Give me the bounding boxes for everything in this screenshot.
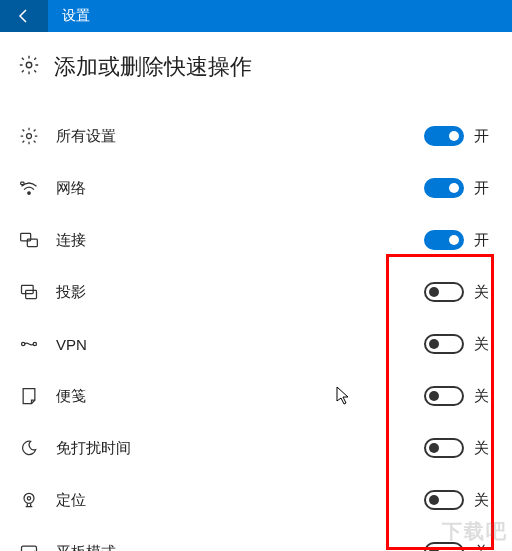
setting-label: 平板模式 [56,543,424,552]
toggle-state-label: 开 [474,179,494,198]
vpn-icon [18,333,40,355]
setting-label: 便笺 [56,387,424,406]
toggle-switch[interactable] [424,282,464,302]
toggle-group: 关 [424,334,494,354]
svg-point-1 [27,134,32,139]
gear-icon [18,125,40,147]
svg-point-8 [22,342,25,345]
toggle-switch[interactable] [424,334,464,354]
title-bar: 设置 [0,0,512,32]
setting-row: 投影关 [18,266,494,318]
toggle-state-label: 关 [474,387,494,406]
toggle-switch[interactable] [424,438,464,458]
wifi-icon [18,177,40,199]
toggle-group: 关 [424,282,494,302]
setting-label: 网络 [56,179,424,198]
setting-label: 定位 [56,491,424,510]
setting-label: 投影 [56,283,424,302]
toggle-group: 关 [424,542,494,551]
note-icon [18,385,40,407]
page-title: 添加或删除快速操作 [54,52,252,82]
moon-icon [18,437,40,459]
gear-icon [18,54,40,80]
setting-row: 平板模式关 [18,526,494,551]
svg-rect-3 [21,182,24,185]
toggle-group: 开 [424,126,494,146]
toggle-state-label: 关 [474,543,494,552]
setting-row: 所有设置开 [18,110,494,162]
location-icon [18,489,40,511]
toggle-group: 开 [424,230,494,250]
svg-point-2 [28,192,31,195]
svg-point-11 [27,497,30,500]
page-title-row: 添加或删除快速操作 [18,52,494,82]
toggle-switch[interactable] [424,386,464,406]
setting-row: 定位关 [18,474,494,526]
toggle-group: 开 [424,178,494,198]
svg-point-10 [24,493,34,503]
svg-rect-12 [22,546,37,551]
window-title: 设置 [48,7,90,25]
toggle-group: 关 [424,438,494,458]
setting-label: 免打扰时间 [56,439,424,458]
toggle-switch[interactable] [424,230,464,250]
toggle-switch[interactable] [424,126,464,146]
setting-row: 网络开 [18,162,494,214]
tablet-icon [18,541,40,551]
svg-point-0 [26,62,32,68]
setting-row: 便笺关 [18,370,494,422]
svg-rect-6 [22,285,34,293]
svg-rect-7 [26,290,37,298]
setting-row: 连接开 [18,214,494,266]
toggle-state-label: 开 [474,231,494,250]
setting-label: 连接 [56,231,424,250]
setting-row: VPN关 [18,318,494,370]
connect-icon [18,229,40,251]
setting-label: VPN [56,336,424,353]
setting-row: 免打扰时间关 [18,422,494,474]
svg-point-9 [33,342,36,345]
back-button[interactable] [0,0,48,32]
toggle-switch[interactable] [424,178,464,198]
toggle-switch[interactable] [424,542,464,551]
project-icon [18,281,40,303]
setting-label: 所有设置 [56,127,424,146]
toggle-group: 关 [424,490,494,510]
toggle-group: 关 [424,386,494,406]
toggle-state-label: 关 [474,283,494,302]
toggle-switch[interactable] [424,490,464,510]
toggle-state-label: 开 [474,127,494,146]
toggle-state-label: 关 [474,335,494,354]
toggle-state-label: 关 [474,439,494,458]
toggle-state-label: 关 [474,491,494,510]
